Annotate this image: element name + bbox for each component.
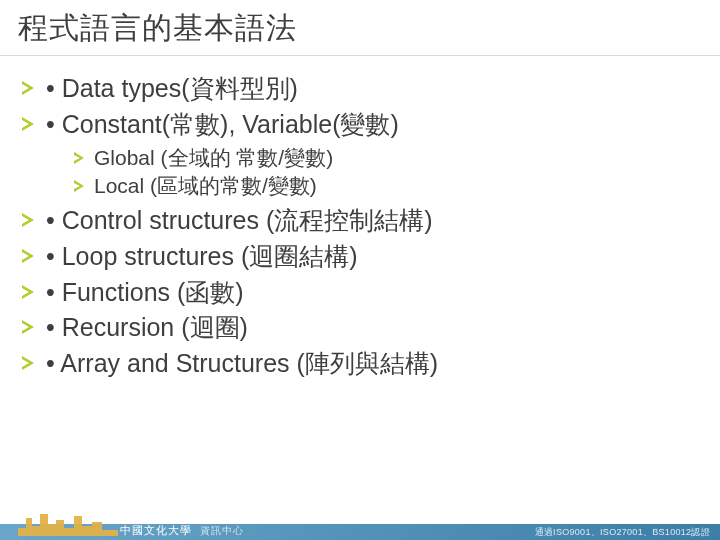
bullet-arrow-icon [22, 81, 34, 95]
bullet-list: • Data types(資料型別) • Constant(常數), Varia… [22, 72, 696, 381]
list-item-text: • Control structures (流程控制結構) [46, 206, 433, 234]
bullet-arrow-icon [22, 249, 34, 263]
slide: 程式語言的基本語法 • Data types(資料型別) • Constant(… [0, 0, 720, 540]
list-item-text: • Functions (函數) [46, 278, 244, 306]
content-area: • Data types(資料型別) • Constant(常數), Varia… [0, 56, 720, 381]
bullet-arrow-icon [22, 356, 34, 370]
list-subitem-text: Global (全域的 常數/變數) [94, 146, 333, 169]
list-item: • Loop structures (迴圈結構) [22, 240, 696, 274]
brand-sub: 資訊中心 [200, 525, 244, 536]
bullet-arrow-icon [22, 213, 34, 227]
list-item-text: • Loop structures (迴圈結構) [46, 242, 358, 270]
bullet-arrow-icon [22, 285, 34, 299]
bullet-sublist: Global (全域的 常數/變數) Local (區域的常數/變數) [46, 144, 696, 201]
list-item-text: • Data types(資料型別) [46, 74, 298, 102]
bullet-arrow-icon [22, 320, 34, 334]
list-subitem-text: Local (區域的常數/變數) [94, 174, 317, 197]
list-item-text: • Constant(常數), Variable(變數) [46, 110, 399, 138]
brand-text: 中國文化大學 資訊中心 [120, 523, 244, 538]
list-item: • Functions (函數) [22, 276, 696, 310]
footer: 中國文化大學 資訊中心 通過ISO9001、ISO27001、BS10012認證 [0, 512, 720, 540]
list-subitem: Global (全域的 常數/變數) [74, 144, 696, 172]
list-item-text: • Array and Structures (陣列與結構) [46, 349, 438, 377]
list-item: • Constant(常數), Variable(變數) Global (全域的… [22, 108, 696, 200]
bullet-arrow-icon [74, 152, 84, 164]
list-item: • Array and Structures (陣列與結構) [22, 347, 696, 381]
slide-title: 程式語言的基本語法 [18, 8, 720, 49]
title-area: 程式語言的基本語法 [0, 0, 720, 56]
list-item: • Recursion (迴圈) [22, 311, 696, 345]
cert-text: 通過ISO9001、ISO27001、BS10012認證 [535, 526, 711, 539]
bullet-arrow-icon [74, 180, 84, 192]
list-item-text: • Recursion (迴圈) [46, 313, 248, 341]
list-subitem: Local (區域的常數/變數) [74, 172, 696, 200]
brand-main: 中國文化大學 [120, 524, 192, 536]
list-item: • Control structures (流程控制結構) [22, 204, 696, 238]
list-item: • Data types(資料型別) [22, 72, 696, 106]
bullet-arrow-icon [22, 117, 34, 131]
